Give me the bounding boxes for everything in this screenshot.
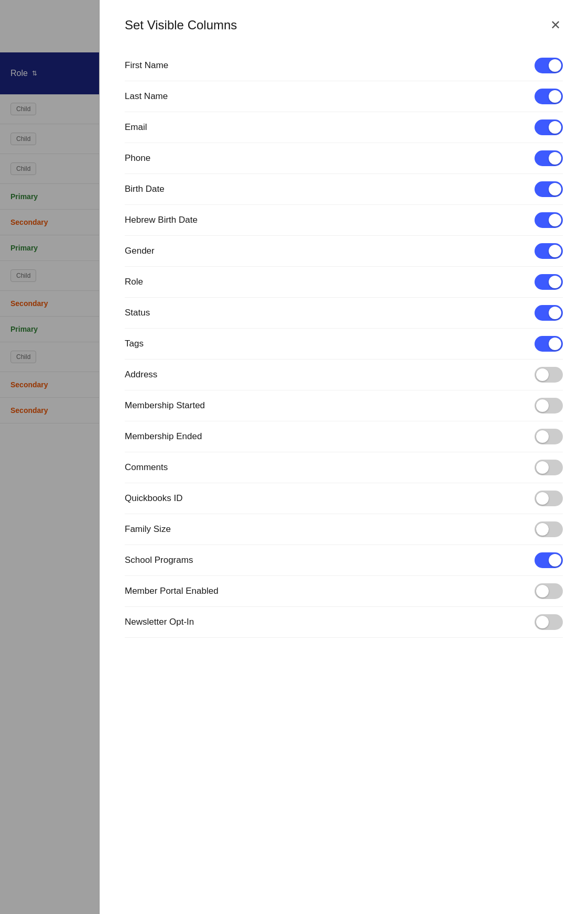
toggle-family_size[interactable] xyxy=(535,521,563,537)
column-row-birth_date: Birth Date xyxy=(125,174,563,205)
toggle-quickbooks_id[interactable] xyxy=(535,491,563,506)
column-row-email: Email xyxy=(125,112,563,143)
column-label-member_portal_enabled: Member Portal Enabled xyxy=(125,586,219,596)
toggle-role[interactable] xyxy=(535,274,563,290)
column-label-school_programs: School Programs xyxy=(125,555,193,565)
column-label-phone: Phone xyxy=(125,153,150,164)
column-label-quickbooks_id: Quickbooks ID xyxy=(125,493,183,504)
column-row-newsletter_opt_in: Newsletter Opt-In xyxy=(125,607,563,638)
column-row-first_name: First Name xyxy=(125,50,563,81)
set-visible-columns-modal: Set Visible Columns ✕ First NameLast Nam… xyxy=(100,0,588,914)
column-row-membership_started: Membership Started xyxy=(125,390,563,421)
toggle-first_name[interactable] xyxy=(535,58,563,73)
column-label-status: Status xyxy=(125,308,150,318)
column-label-address: Address xyxy=(125,369,157,380)
modal-title: Set Visible Columns xyxy=(125,18,237,32)
toggle-phone[interactable] xyxy=(535,150,563,166)
column-row-role: Role xyxy=(125,267,563,298)
close-button[interactable]: ✕ xyxy=(548,17,563,34)
toggle-status[interactable] xyxy=(535,305,563,321)
column-row-tags: Tags xyxy=(125,329,563,360)
column-row-gender: Gender xyxy=(125,236,563,267)
modal-header: Set Visible Columns ✕ xyxy=(125,17,563,34)
column-label-hebrew_birth_date: Hebrew Birth Date xyxy=(125,215,198,225)
column-row-last_name: Last Name xyxy=(125,81,563,112)
column-row-quickbooks_id: Quickbooks ID xyxy=(125,483,563,514)
toggle-hebrew_birth_date[interactable] xyxy=(535,212,563,228)
column-label-role: Role xyxy=(125,277,143,287)
column-label-gender: Gender xyxy=(125,246,155,256)
toggle-comments[interactable] xyxy=(535,460,563,475)
column-row-phone: Phone xyxy=(125,143,563,174)
column-label-email: Email xyxy=(125,122,147,133)
toggle-email[interactable] xyxy=(535,119,563,135)
column-row-school_programs: School Programs xyxy=(125,545,563,576)
column-row-member_portal_enabled: Member Portal Enabled xyxy=(125,576,563,607)
column-label-birth_date: Birth Date xyxy=(125,184,165,194)
column-label-comments: Comments xyxy=(125,462,168,473)
toggle-gender[interactable] xyxy=(535,243,563,259)
column-row-membership_ended: Membership Ended xyxy=(125,421,563,452)
column-label-family_size: Family Size xyxy=(125,524,171,535)
column-row-family_size: Family Size xyxy=(125,514,563,545)
toggle-membership_started[interactable] xyxy=(535,398,563,414)
toggle-newsletter_opt_in[interactable] xyxy=(535,614,563,630)
toggle-address[interactable] xyxy=(535,367,563,383)
column-label-tags: Tags xyxy=(125,339,144,349)
toggle-tags[interactable] xyxy=(535,336,563,352)
columns-list: First NameLast NameEmailPhoneBirth DateH… xyxy=(125,50,563,638)
toggle-school_programs[interactable] xyxy=(535,552,563,568)
column-row-comments: Comments xyxy=(125,452,563,483)
column-label-membership_ended: Membership Ended xyxy=(125,431,202,442)
column-label-newsletter_opt_in: Newsletter Opt-In xyxy=(125,617,194,627)
column-row-hebrew_birth_date: Hebrew Birth Date xyxy=(125,205,563,236)
toggle-birth_date[interactable] xyxy=(535,181,563,197)
column-label-membership_started: Membership Started xyxy=(125,400,205,411)
toggle-member_portal_enabled[interactable] xyxy=(535,583,563,599)
column-label-first_name: First Name xyxy=(125,60,168,71)
toggle-membership_ended[interactable] xyxy=(535,429,563,444)
column-row-status: Status xyxy=(125,298,563,329)
column-label-last_name: Last Name xyxy=(125,91,168,102)
column-row-address: Address xyxy=(125,360,563,390)
toggle-last_name[interactable] xyxy=(535,89,563,104)
